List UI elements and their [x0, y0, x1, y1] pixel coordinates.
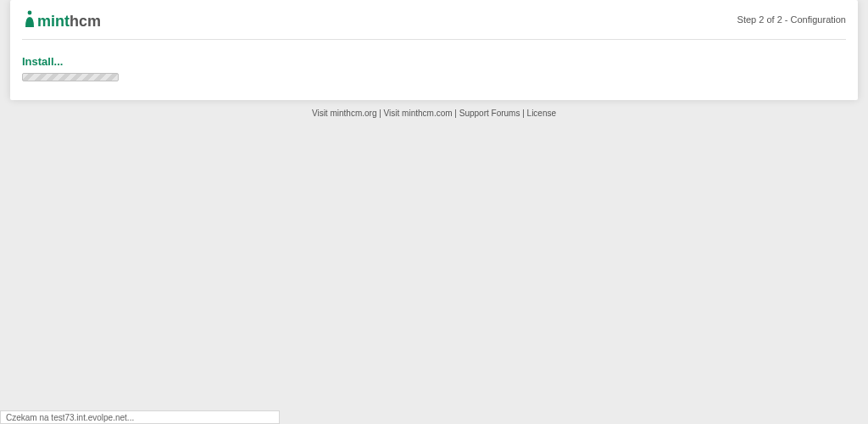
- footer-link-license[interactable]: License: [527, 109, 556, 118]
- install-title: Install...: [22, 55, 846, 68]
- header: minthcm Step 2 of 2 - Configuration: [10, 0, 858, 39]
- footer-link-support-forums[interactable]: Support Forums: [459, 109, 520, 118]
- minthcm-logo-icon: minthcm: [22, 8, 115, 31]
- footer-link-minthcm-com[interactable]: Visit minthcm.com: [384, 109, 453, 118]
- footer-links: Visit minthcm.org | Visit minthcm.com | …: [0, 100, 868, 118]
- logo-text-mint: mint: [37, 13, 70, 30]
- install-card: minthcm Step 2 of 2 - Configuration Inst…: [10, 0, 858, 100]
- logo-text-hcm: hcm: [70, 13, 101, 30]
- install-progress-bar: [22, 73, 119, 81]
- svg-text:minthcm: minthcm: [37, 13, 101, 30]
- minthcm-logo: minthcm: [22, 8, 115, 31]
- content-area: Install...: [10, 40, 858, 100]
- footer-link-minthcm-org[interactable]: Visit minthcm.org: [312, 109, 377, 118]
- browser-status-bar: Czekam na test73.int.evolpe.net...: [0, 410, 280, 424]
- step-indicator: Step 2 of 2 - Configuration: [737, 14, 846, 25]
- svg-point-0: [28, 11, 32, 15]
